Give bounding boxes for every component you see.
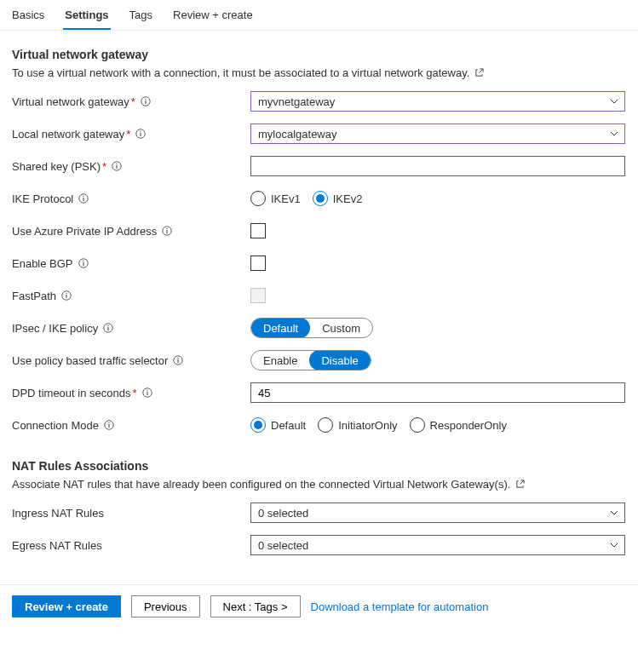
label-private-ip: Use Azure Private IP Address [12,225,250,238]
svg-point-4 [141,131,141,132]
label-lng: Local network gateway* [12,128,250,141]
radio-connmode-default[interactable]: Default [250,417,306,433]
chevron-down-icon [609,96,619,106]
review-create-button[interactable]: Review + create [12,595,121,617]
section-vng-desc-text: To use a virtual network with a connecti… [12,66,469,79]
svg-rect-2 [145,101,146,104]
external-link-icon[interactable] [515,479,525,488]
pill-ipsec-custom[interactable]: Custom [310,318,372,338]
svg-point-22 [107,325,108,326]
info-icon[interactable] [104,420,114,430]
label-fastpath: FastPath [12,290,250,302]
label-connection-mode: Connection Mode [12,419,250,432]
chevron-down-icon [609,508,619,518]
toggle-pbts[interactable]: Enable Disable [250,350,371,370]
chevron-down-icon [609,540,619,550]
radio-connmode-initiator[interactable]: InitiatorOnly [318,417,397,433]
tab-review-create[interactable]: Review + create [171,0,255,30]
previous-button[interactable]: Previous [131,595,200,617]
info-icon[interactable] [112,161,122,171]
label-ike: IKE Protocol [12,192,250,205]
info-icon[interactable] [135,129,146,139]
section-vng-desc: To use a virtual network with a connecti… [12,66,626,79]
label-ipsec-policy: IPsec / IKE policy [12,322,250,335]
info-icon[interactable] [78,193,89,204]
tab-settings[interactable]: Settings [63,0,110,30]
section-nat-desc: Associate NAT rules that have already be… [12,478,626,491]
label-psk: Shared key (PSK)* [12,160,250,173]
info-icon[interactable] [141,96,151,106]
label-vng: Virtual network gateway* [12,95,250,108]
checkbox-private-ip[interactable] [250,223,266,238]
settings-panel: Virtual network gateway To use a virtual… [0,31,638,584]
dropdown-ingress-nat[interactable]: 0 selected [250,503,625,523]
checkbox-bgp[interactable] [250,256,266,271]
label-dpd: DPD timeout in seconds* [12,387,250,399]
pill-ipsec-default[interactable]: Default [251,318,310,338]
dropdown-egress-nat[interactable]: 0 selected [250,535,625,555]
info-icon[interactable] [173,355,183,365]
label-egress-nat: Egress NAT Rules [12,539,250,552]
svg-rect-11 [83,198,84,201]
radio-ikev1[interactable]: IKEv1 [250,191,301,206]
next-button[interactable]: Next : Tags > [210,595,301,617]
tab-bar: Basics Settings Tags Review + create [0,0,638,31]
tab-tags[interactable]: Tags [128,0,154,30]
section-vng-title: Virtual network gateway [12,48,626,61]
tab-basics[interactable]: Basics [10,0,46,30]
label-pbts: Use policy based traffic selector [12,354,250,367]
radio-ikev2[interactable]: IKEv2 [313,191,363,206]
svg-rect-26 [178,359,179,363]
download-template-link[interactable]: Download a template for automation [311,600,489,613]
info-icon[interactable] [162,226,172,236]
svg-point-19 [66,293,66,294]
svg-point-13 [167,228,168,229]
dropdown-vng[interactable]: myvnetgateway [250,91,625,112]
svg-rect-29 [147,392,147,395]
svg-point-10 [83,196,84,197]
checkbox-fastpath [250,288,266,303]
section-nat-desc-text: Associate NAT rules that have already be… [12,478,510,491]
svg-rect-20 [66,295,66,298]
info-icon[interactable] [142,388,152,398]
svg-point-28 [147,390,147,391]
info-icon[interactable] [61,290,72,301]
wizard-footer: Review + create Previous Next : Tags > D… [0,584,638,628]
section-nat-title: NAT Rules Associations [12,459,626,473]
label-ingress-nat: Ingress NAT Rules [12,507,250,520]
svg-rect-32 [108,424,109,428]
svg-point-7 [116,164,117,164]
toggle-ipsec-policy[interactable]: Default Custom [250,318,373,338]
svg-rect-5 [141,133,141,136]
pill-pbts-enable[interactable]: Enable [251,350,309,370]
label-bgp: Enable BGP [12,257,250,270]
input-psk[interactable] [250,156,625,176]
svg-point-1 [145,99,146,100]
info-icon[interactable] [78,258,89,268]
svg-point-25 [178,358,179,359]
svg-rect-17 [83,262,83,266]
info-icon[interactable] [103,323,113,333]
input-dpd-timeout[interactable] [250,382,625,403]
external-link-icon[interactable] [474,67,484,77]
dropdown-lng[interactable]: mylocalgateway [250,123,625,144]
radio-connmode-responder[interactable]: ResponderOnly [410,417,507,433]
svg-rect-8 [117,165,118,169]
chevron-down-icon [609,129,619,139]
svg-rect-23 [108,327,109,330]
svg-point-31 [108,422,109,423]
svg-rect-14 [167,230,168,233]
svg-point-16 [83,261,83,261]
pill-pbts-disable[interactable]: Disable [309,350,370,370]
